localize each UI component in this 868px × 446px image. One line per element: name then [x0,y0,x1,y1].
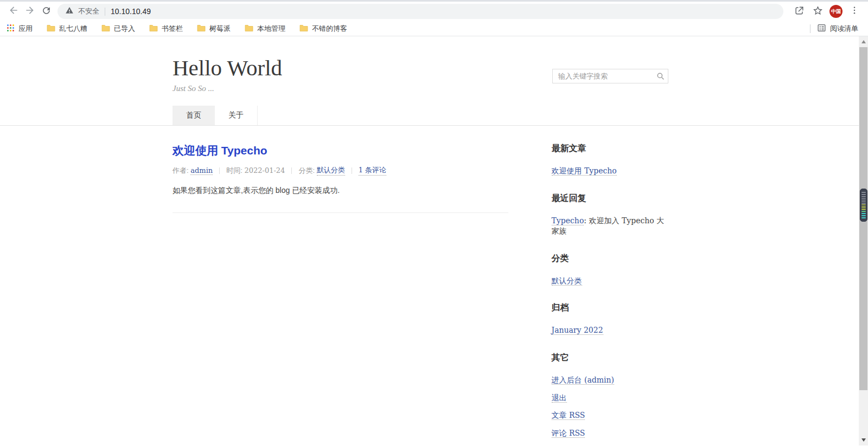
section-title: 最新文章 [552,143,672,154]
post-title[interactable]: 欢迎使用 Typecho [173,143,508,158]
scrollbar-down-arrow[interactable] [859,436,868,444]
bookmark-folder-3[interactable]: 书签栏 [149,24,183,34]
sidebar-section-categories: 分类 默认分类 [552,253,672,287]
apps-label: 应用 [18,24,33,34]
back-arrow-icon [8,5,19,18]
scrollbar-up-arrow[interactable] [859,37,868,46]
kebab-menu-icon [850,5,859,17]
reading-list-label: 阅读清单 [830,24,858,34]
nav-tab-about[interactable]: 关于 [215,106,258,125]
scrollbar[interactable] [859,36,868,445]
search-box [552,69,668,83]
address-bar[interactable]: 不安全 10.10.10.49 [58,4,783,19]
search-icon[interactable] [656,72,665,82]
post-meta: 作者: admin 时间: 2022-01-24 分类: 默认分类 1 条评论 [173,165,508,176]
apps-shortcut[interactable]: 应用 [7,24,33,34]
bookmark-folder-2[interactable]: 已导入 [101,24,135,34]
latest-post-link[interactable]: 欢迎使用 Typecho [552,166,617,176]
section-title: 分类 [552,253,672,264]
post-divider [173,212,508,213]
comments-rss-link[interactable]: 评论 RSS [552,429,585,438]
logout-link[interactable]: 退出 [552,393,567,403]
meta-separator [219,167,220,174]
reload-icon [41,5,52,18]
triangle-down-icon [861,438,866,442]
reload-button[interactable] [38,3,54,20]
archive-link[interactable]: January 2022 [552,326,603,335]
bookmarks-bar: 应用 乱七八糟 已导入 书签栏 树莓派 本地管理 不错的博客 [0,21,868,36]
list-item: 欢迎使用 Typecho [552,166,672,177]
admin-link[interactable]: 进入后台 (admin) [552,376,614,385]
section-title: 最近回复 [552,193,672,204]
list-item: 评论 RSS [552,428,672,439]
reading-list-button[interactable]: 阅读清单 [817,23,858,34]
bookmark-folder-1[interactable]: 乱七八糟 [47,24,87,34]
menu-button[interactable] [846,3,863,20]
url-text[interactable]: 10.10.10.49 [111,7,151,16]
folder-icon [101,24,110,33]
profile-avatar: 中国 [829,5,843,18]
folder-icon [197,24,206,33]
back-button[interactable] [5,3,22,20]
author-link[interactable]: admin [190,166,213,175]
bookmark-folder-5[interactable]: 本地管理 [245,24,285,34]
list-item: January 2022 [552,325,672,336]
category-link[interactable]: 默认分类 [552,276,582,286]
site-header: Hello World Just So So ... 首页 关于 [0,36,868,126]
site-nav: 首页 关于 [173,106,258,125]
apps-grid-icon [7,24,15,34]
category-label: 分类: [298,166,315,176]
section-title: 其它 [552,352,672,364]
forward-button[interactable] [22,3,38,20]
posts-rss-link[interactable]: 文章 RSS [552,411,585,420]
bookmark-folder-6[interactable]: 不错的博客 [299,24,347,34]
browser-chrome: 不安全 10.10.10.49 中国 [0,0,868,36]
list-item: 进入后台 (admin) [552,375,672,386]
category-link[interactable]: 默认分类 [317,165,345,176]
folder-icon [299,24,308,33]
folder-icon [47,24,55,33]
list-item: 文章 RSS [552,410,672,421]
not-secure-warning-icon [65,6,74,17]
sidebar-section-misc: 其它 进入后台 (admin) 退出 文章 RSS 评论 RSS Typecho [552,352,672,445]
list-item: 退出 [552,393,672,404]
share-icon [794,5,805,18]
bookmark-label: 不错的博客 [312,24,347,34]
profile-button[interactable]: 中国 [828,3,844,20]
post-list: 欢迎使用 Typecho 作者: admin 时间: 2022-01-24 分类… [173,143,508,445]
bookmark-label: 本地管理 [257,24,285,34]
scroll-minimap-widget[interactable] [860,189,867,222]
post-body: 如果您看到这篇文章,表示您的 blog 已经安装成功. [173,184,508,196]
comments-link[interactable]: 1 条评论 [359,165,386,176]
author-label: 作者: [173,166,189,176]
reading-list-icon [817,23,826,34]
sidebar-section-archives: 归档 January 2022 [552,302,672,336]
security-label[interactable]: 不安全 [78,7,99,16]
folder-icon [245,24,253,33]
bookmark-star-button[interactable] [809,3,826,20]
commenter-link[interactable]: Typecho [552,216,584,225]
sidebar-section-recent-comments: 最近回复 Typecho: 欢迎加入 Typecho 大家族 [552,193,672,237]
sidebar-section-latest-posts: 最新文章 欢迎使用 Typecho [552,143,672,177]
folder-icon [149,24,158,33]
time-label: 时间: [226,166,242,176]
browser-toolbar: 不安全 10.10.10.49 中国 [0,2,868,21]
nav-tab-home[interactable]: 首页 [173,106,215,125]
bookmark-folder-4[interactable]: 树莓派 [197,24,231,34]
star-icon [813,5,823,18]
section-title: 归档 [552,302,672,314]
list-item: 默认分类 [552,276,672,287]
bookmark-label: 树莓派 [209,24,231,34]
address-separator [105,8,105,16]
bookmarks-separator [810,24,810,33]
meta-separator [352,167,352,174]
list-item: Typecho: 欢迎加入 Typecho 大家族 [552,216,672,237]
post-date: 2022-01-24 [244,166,285,174]
sidebar: 最新文章 欢迎使用 Typecho 最近回复 Typecho: 欢迎加入 Typ… [552,143,672,445]
site-subtitle: Just So So ... [173,84,672,93]
search-input[interactable] [552,69,668,83]
share-button[interactable] [791,3,807,20]
forward-arrow-icon [24,5,35,18]
triangle-up-icon [861,40,866,43]
bookmark-label: 已导入 [114,24,135,34]
